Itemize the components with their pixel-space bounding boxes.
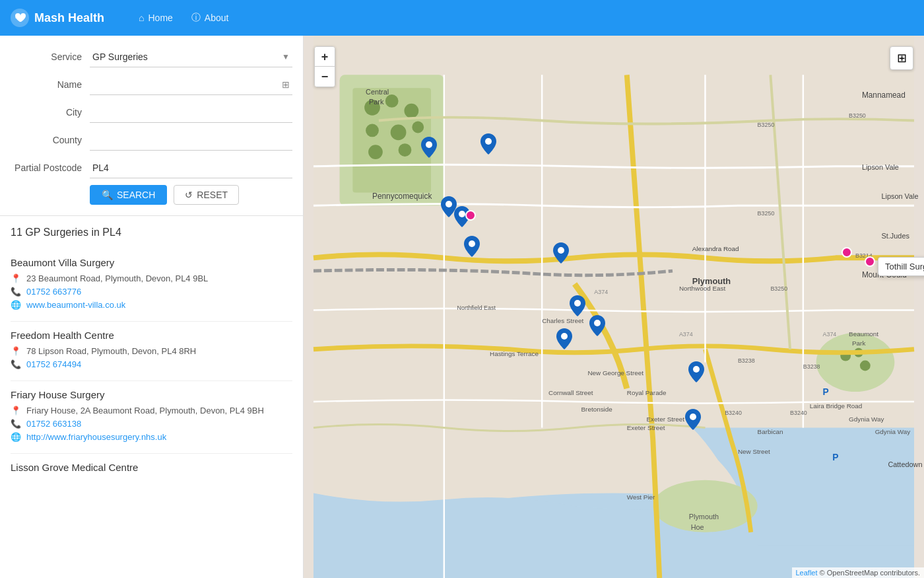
surgery-website: 🌐 http://www.friaryhousesurgery.nhs.uk xyxy=(11,432,292,442)
surgery-phone: 📞 01752 663776 xyxy=(11,287,292,297)
service-select-wrapper: GP Surgeries Dentists Pharmacies Opticia… xyxy=(90,46,292,67)
map-marker[interactable] xyxy=(688,361,704,382)
map-marker-pink[interactable] xyxy=(865,256,875,267)
surgery-card: Lisson Grove Medical Centre xyxy=(11,454,292,486)
city-label: City xyxy=(11,107,90,118)
svg-text:Lipson Vale: Lipson Vale xyxy=(862,163,899,171)
reset-button[interactable]: ↺ RESET xyxy=(174,185,239,205)
svg-text:Cattedown: Cattedown xyxy=(888,460,922,468)
navbar: Mash Health ⌂ Home ⓘ About xyxy=(0,0,924,36)
svg-point-75 xyxy=(690,414,696,420)
svg-point-72 xyxy=(594,320,601,326)
zoom-in-button[interactable]: + xyxy=(315,47,335,67)
map-zoom-controls: + − xyxy=(314,46,335,87)
city-row: City xyxy=(11,102,292,123)
svg-text:A374: A374 xyxy=(594,289,608,295)
location-icon: 📍 xyxy=(11,406,21,415)
svg-text:B3250: B3250 xyxy=(758,122,775,128)
svg-text:Hoe: Hoe xyxy=(691,523,704,531)
map-layers-button[interactable]: ⊞ xyxy=(890,46,913,70)
service-label: Service xyxy=(11,52,90,62)
svg-point-8 xyxy=(366,124,379,137)
map-marker-pink[interactable] xyxy=(842,247,852,258)
about-nav-link[interactable]: ⓘ About xyxy=(183,8,237,28)
surgery-name: Lisson Grove Medical Centre xyxy=(11,462,292,473)
svg-text:Barbican: Barbican xyxy=(758,428,783,435)
map-tooltip-text: Tothill Surgery xyxy=(885,262,924,271)
surgery-address: 📍 23 Beaumont Road, Plymouth, Devon, PL4… xyxy=(11,273,292,283)
svg-point-69 xyxy=(469,240,475,247)
svg-text:Laira Bridge Road: Laira Bridge Road xyxy=(810,402,863,410)
svg-text:Royal Parade: Royal Parade xyxy=(627,389,667,396)
svg-point-6 xyxy=(385,94,399,108)
website-link[interactable]: http://www.friaryhousesurgery.nhs.uk xyxy=(26,432,166,442)
phone-icon: 📞 xyxy=(11,359,21,369)
svg-point-16 xyxy=(860,361,871,371)
map-marker[interactable] xyxy=(421,137,437,158)
map-marker[interactable] xyxy=(553,242,569,264)
svg-point-70 xyxy=(558,247,564,254)
svg-point-73 xyxy=(561,333,568,340)
brand-link[interactable]: Mash Health xyxy=(11,9,104,27)
county-input[interactable] xyxy=(90,129,292,151)
phone-icon: 📞 xyxy=(11,287,21,297)
service-row: Service GP Surgeries Dentists Pharmacies… xyxy=(11,46,292,67)
globe-icon: 🌐 xyxy=(11,432,21,442)
website-link[interactable]: www.beaumont-villa.co.uk xyxy=(26,300,125,310)
main-content: Service GP Surgeries Dentists Pharmacies… xyxy=(0,36,924,578)
phone-icon: 📞 xyxy=(11,419,21,429)
service-select[interactable]: GP Surgeries Dentists Pharmacies Opticia… xyxy=(90,46,292,67)
svg-point-7 xyxy=(404,104,418,118)
about-nav-label: About xyxy=(205,13,229,23)
surgery-phone: 📞 01752 663138 xyxy=(11,419,292,429)
home-icon: ⌂ xyxy=(139,13,144,23)
phone-link[interactable]: 01752 663138 xyxy=(26,419,81,429)
search-button[interactable]: 🔍 SEARCH xyxy=(90,185,167,205)
svg-text:Exeter Street: Exeter Street xyxy=(646,415,684,423)
reset-button-label: RESET xyxy=(197,190,228,200)
map-marker[interactable] xyxy=(685,409,701,430)
phone-link[interactable]: 01752 663776 xyxy=(26,287,81,297)
name-input-wrapper: ⊞ xyxy=(90,74,292,95)
btn-row: 🔍 SEARCH ↺ RESET xyxy=(11,185,292,205)
globe-icon: 🌐 xyxy=(11,300,21,310)
surgery-phone: 📞 01752 674494 xyxy=(11,359,292,369)
map-marker[interactable] xyxy=(480,133,496,155)
svg-text:A374: A374 xyxy=(679,331,693,338)
name-input[interactable] xyxy=(90,74,292,95)
phone-link[interactable]: 01752 674494 xyxy=(26,359,81,369)
attribution-text: © OpenStreetMap contributors. xyxy=(820,569,920,577)
search-icon: 🔍 xyxy=(102,190,113,200)
svg-point-10 xyxy=(412,122,424,133)
leaflet-link[interactable]: Leaflet xyxy=(796,569,818,577)
map-marker[interactable] xyxy=(464,236,480,257)
map-tooltip: Tothill Surgery ✕ xyxy=(878,257,924,276)
map-marker[interactable] xyxy=(589,315,605,336)
svg-text:B3250: B3250 xyxy=(849,112,866,119)
svg-point-74 xyxy=(693,366,700,373)
map-marker-pink[interactable] xyxy=(465,210,476,221)
svg-point-11 xyxy=(368,145,383,159)
svg-text:Alexandra Road: Alexandra Road xyxy=(692,245,739,252)
barcode-icon: ⊞ xyxy=(282,79,290,90)
map-marker[interactable] xyxy=(556,328,572,349)
svg-text:Northfield East: Northfield East xyxy=(457,305,496,311)
svg-text:B3238: B3238 xyxy=(803,363,820,370)
search-panel: Service GP Surgeries Dentists Pharmacies… xyxy=(0,36,303,216)
svg-text:Exeter Street: Exeter Street xyxy=(627,424,665,431)
map-marker[interactable] xyxy=(570,295,585,316)
svg-point-67 xyxy=(446,201,452,207)
postcode-row: Partial Postcode PL4 xyxy=(11,157,292,178)
svg-text:Pennycomequick: Pennycomequick xyxy=(372,192,432,201)
location-icon: 📍 xyxy=(11,273,21,283)
city-input[interactable] xyxy=(90,102,292,123)
svg-text:B3250: B3250 xyxy=(758,210,775,217)
svg-text:B3250: B3250 xyxy=(770,285,787,292)
location-icon: 📍 xyxy=(11,346,21,356)
zoom-out-button[interactable]: − xyxy=(315,67,335,87)
surgery-name: Beaumont Villa Surgery xyxy=(11,257,292,268)
svg-point-68 xyxy=(459,211,465,217)
postcode-label: Partial Postcode xyxy=(11,163,90,173)
postcode-value: PL4 xyxy=(90,157,292,178)
home-nav-link[interactable]: ⌂ Home xyxy=(131,9,181,27)
